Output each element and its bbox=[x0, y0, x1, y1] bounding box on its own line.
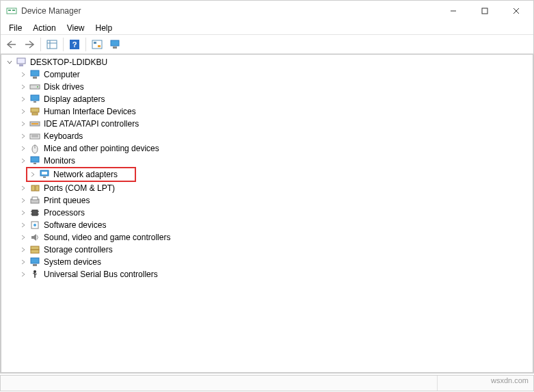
app-icon bbox=[6, 5, 17, 16]
toolbar-separator bbox=[63, 38, 64, 51]
monitor-icon bbox=[29, 155, 40, 166]
svg-rect-17 bbox=[17, 58, 25, 64]
svg-rect-23 bbox=[31, 95, 39, 101]
tree-item-hid[interactable]: Human Interface Devices bbox=[15, 105, 533, 118]
tree-item-system[interactable]: System devices bbox=[15, 256, 533, 268]
tree-children: Computer Disk drives Display adapters Hu… bbox=[1, 68, 533, 280]
window-title: Device Manager bbox=[21, 6, 438, 16]
display-icon bbox=[29, 94, 40, 105]
computer-button[interactable] bbox=[107, 37, 123, 52]
tree-root[interactable]: DESKTOP-LDIDKBU bbox=[1, 56, 533, 68]
expand-right-icon[interactable] bbox=[19, 144, 27, 153]
expand-right-icon[interactable] bbox=[19, 132, 27, 140]
scan-button[interactable] bbox=[89, 37, 105, 52]
processor-icon bbox=[29, 207, 40, 218]
svg-rect-34 bbox=[31, 157, 39, 162]
item-label: Display adapters bbox=[42, 94, 105, 104]
expand-down-icon[interactable] bbox=[5, 58, 14, 66]
minimize-button[interactable] bbox=[438, 1, 469, 21]
svg-rect-2 bbox=[12, 10, 15, 11]
svg-rect-15 bbox=[111, 40, 119, 46]
forward-button[interactable] bbox=[21, 37, 38, 52]
maximize-button[interactable] bbox=[469, 1, 500, 21]
menu-view[interactable]: View bbox=[62, 22, 90, 34]
expand-right-icon[interactable] bbox=[19, 209, 27, 217]
item-label: Human Interface Devices bbox=[42, 107, 136, 116]
expand-right-icon[interactable] bbox=[19, 95, 27, 103]
tree-item-sound[interactable]: Sound, video and game controllers bbox=[15, 231, 533, 244]
printer-icon bbox=[29, 195, 40, 206]
expand-right-icon[interactable] bbox=[19, 196, 27, 205]
svg-rect-38 bbox=[43, 177, 46, 178]
tree-item-mice[interactable]: Mice and other pointing devices bbox=[15, 142, 533, 155]
toolbar-separator bbox=[40, 38, 41, 51]
svg-text:?: ? bbox=[72, 40, 77, 49]
svg-rect-16 bbox=[113, 47, 117, 49]
hid-icon bbox=[29, 106, 40, 117]
item-label: Mice and other pointing devices bbox=[42, 144, 159, 153]
disk-icon bbox=[29, 81, 40, 92]
show-hide-button[interactable] bbox=[44, 37, 60, 52]
tree-item-print-queues[interactable]: Print queues bbox=[15, 194, 533, 207]
svg-rect-26 bbox=[32, 113, 38, 115]
network-icon bbox=[39, 169, 50, 180]
item-label: Processors bbox=[42, 208, 85, 218]
tree-item-processors[interactable]: Processors bbox=[15, 207, 533, 219]
expand-right-icon[interactable] bbox=[19, 270, 27, 278]
svg-rect-13 bbox=[94, 42, 96, 44]
expand-right-icon[interactable] bbox=[19, 258, 27, 266]
svg-rect-7 bbox=[47, 40, 57, 49]
expand-right-icon[interactable] bbox=[19, 70, 27, 79]
expand-right-icon[interactable] bbox=[19, 157, 27, 165]
menu-help[interactable]: Help bbox=[90, 22, 118, 34]
mouse-icon bbox=[29, 143, 40, 154]
tree-item-storage[interactable]: Storage controllers bbox=[15, 244, 533, 256]
statusbar bbox=[0, 375, 534, 391]
svg-point-49 bbox=[34, 224, 36, 226]
tree-item-computer[interactable]: Computer bbox=[15, 68, 533, 81]
back-button[interactable] bbox=[3, 37, 20, 52]
tree-item-usb[interactable]: Universal Serial Bus controllers bbox=[15, 268, 533, 280]
tree-item-display-adapters[interactable]: Display adapters bbox=[15, 93, 533, 105]
item-label: Network adapters bbox=[52, 170, 118, 179]
svg-rect-52 bbox=[31, 258, 39, 263]
svg-rect-50 bbox=[31, 246, 39, 250]
svg-rect-39 bbox=[31, 185, 35, 191]
tree-item-monitors[interactable]: Monitors bbox=[15, 155, 533, 167]
expand-right-icon[interactable] bbox=[19, 120, 27, 128]
item-label: System devices bbox=[42, 257, 101, 267]
item-label: Sound, video and game controllers bbox=[42, 233, 170, 242]
menu-file[interactable]: File bbox=[3, 22, 27, 34]
expand-right-icon[interactable] bbox=[19, 233, 27, 241]
expand-right-icon[interactable] bbox=[19, 246, 27, 254]
item-label: Ports (COM & LPT) bbox=[42, 183, 115, 193]
expand-right-icon[interactable] bbox=[19, 184, 27, 192]
svg-rect-19 bbox=[31, 70, 39, 76]
expand-right-icon[interactable] bbox=[19, 221, 27, 229]
tree-item-keyboards[interactable]: Keyboards bbox=[15, 130, 533, 142]
expand-right-icon[interactable] bbox=[29, 170, 37, 179]
expand-right-icon[interactable] bbox=[19, 107, 27, 116]
status-panel-left bbox=[1, 376, 438, 391]
highlighted-item: Network adapters bbox=[26, 167, 136, 182]
tree-item-ports[interactable]: Ports (COM & LPT) bbox=[15, 182, 533, 194]
item-label: Monitors bbox=[42, 156, 75, 166]
tree-item-network-adapters[interactable]: Network adapters bbox=[29, 168, 135, 181]
item-label: Keyboards bbox=[42, 131, 83, 141]
item-label: IDE ATA/ATAPI controllers bbox=[42, 119, 139, 129]
svg-rect-25 bbox=[31, 108, 39, 112]
tree-item-software-devices[interactable]: Software devices bbox=[15, 219, 533, 231]
root-label: DESKTOP-LDIDKBU bbox=[29, 57, 107, 67]
menu-action[interactable]: Action bbox=[27, 22, 61, 34]
close-button[interactable] bbox=[500, 1, 532, 21]
menubar: File Action View Help bbox=[1, 21, 533, 35]
help-button[interactable]: ? bbox=[66, 37, 83, 52]
svg-rect-42 bbox=[32, 197, 38, 200]
svg-rect-37 bbox=[42, 172, 47, 174]
ide-icon bbox=[29, 118, 40, 129]
tree-item-ide[interactable]: IDE ATA/ATAPI controllers bbox=[15, 118, 533, 130]
expand-right-icon[interactable] bbox=[19, 83, 27, 91]
tree-item-disk-drives[interactable]: Disk drives bbox=[15, 81, 533, 93]
device-manager-window: Device Manager File Action View Help ? D… bbox=[0, 0, 534, 374]
toolbar: ? bbox=[1, 35, 533, 54]
